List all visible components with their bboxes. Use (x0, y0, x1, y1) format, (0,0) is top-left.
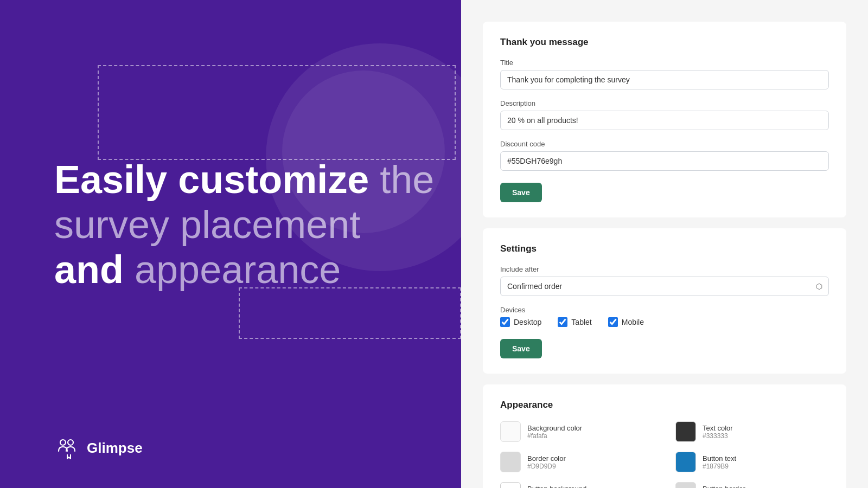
device-tablet: Tablet (558, 317, 591, 327)
desktop-label: Desktop (514, 318, 541, 326)
right-panel[interactable]: Thank you message Title Description Disc… (461, 0, 868, 488)
appearance-section: Appearance Background color #fafafa Text… (483, 384, 846, 488)
include-after-field-group: Include after Confirmed order Add to car… (500, 265, 829, 296)
settings-save-button[interactable]: Save (500, 339, 542, 358)
appearance-title: Appearance (500, 400, 829, 410)
tablet-label: Tablet (571, 318, 591, 326)
description-input[interactable] (500, 111, 829, 130)
button-text-color-name: Button text (703, 454, 736, 463)
dashed-rect-top (98, 65, 456, 160)
border-color-info: Border color #D9D9D9 (527, 454, 566, 470)
text-color-item: Text color #333333 (675, 421, 829, 442)
logo-icon (54, 435, 80, 461)
svg-point-1 (68, 440, 73, 445)
logo-text: Glimpse (87, 440, 143, 457)
button-border-color-name: Button border (703, 485, 745, 489)
button-bg-color-item: Button background #FFFFFF (500, 482, 654, 488)
logo: Glimpse (54, 435, 143, 461)
settings-title: Settings (500, 243, 829, 254)
discount-label: Discount code (500, 140, 829, 148)
dashed-rect-bottom (239, 287, 461, 339)
devices-label: Devices (500, 306, 829, 314)
device-mobile: Mobile (608, 317, 644, 327)
border-color-hex: #D9D9D9 (527, 463, 566, 470)
button-text-color-hex: #1879B9 (703, 463, 736, 470)
thank-you-save-button[interactable]: Save (500, 183, 542, 202)
mobile-label: Mobile (622, 318, 644, 326)
thank-you-title: Thank you message (500, 37, 829, 48)
settings-section: Settings Include after Confirmed order A… (483, 228, 846, 374)
include-after-select[interactable]: Confirmed order Add to cart Checkout (500, 277, 829, 296)
hero-line2: survey placement (54, 202, 434, 247)
title-field-group: Title (500, 59, 829, 89)
title-input[interactable] (500, 70, 829, 89)
background-color-hex: #fafafa (527, 432, 582, 440)
border-color-swatch[interactable] (500, 452, 521, 472)
discount-input[interactable] (500, 151, 829, 171)
background-color-name: Background color (527, 424, 582, 432)
hero-line3-bold: and (54, 248, 135, 291)
button-text-color-swatch[interactable] (675, 452, 696, 472)
color-grid: Background color #fafafa Text color #333… (500, 421, 829, 488)
mobile-checkbox[interactable] (608, 317, 618, 327)
device-desktop: Desktop (500, 317, 541, 327)
button-bg-color-name: Button background (527, 485, 586, 489)
svg-point-0 (60, 440, 66, 445)
title-label: Title (500, 59, 829, 67)
border-color-name: Border color (527, 454, 566, 463)
hero-line1-bold: Easily customize (54, 158, 369, 201)
border-color-item: Border color #D9D9D9 (500, 452, 654, 472)
thank-you-section: Thank you message Title Description Disc… (483, 22, 846, 217)
devices-row: Desktop Tablet Mobile (500, 317, 829, 327)
button-text-color-info: Button text #1879B9 (703, 454, 736, 470)
hero-line3-word: appearance (135, 248, 341, 291)
hero-line3: and appearance (54, 247, 434, 292)
background-color-swatch[interactable] (500, 421, 521, 442)
include-after-wrapper: Confirmed order Add to cart Checkout ⬡ (500, 277, 829, 296)
button-border-color-item: Button border #D9D9D9 (675, 482, 829, 488)
button-text-color-item: Button text #1879B9 (675, 452, 829, 472)
button-bg-color-swatch[interactable] (500, 482, 521, 488)
discount-field-group: Discount code (500, 140, 829, 171)
tablet-checkbox[interactable] (558, 317, 567, 327)
text-color-name: Text color (703, 424, 733, 432)
description-field-group: Description (500, 99, 829, 130)
background-color-item: Background color #fafafa (500, 421, 654, 442)
button-bg-color-info: Button background #FFFFFF (527, 485, 586, 489)
hero-line1-light: the (369, 158, 434, 201)
hero-text: Easily customize the survey placement an… (54, 157, 434, 292)
button-border-color-swatch[interactable] (675, 482, 696, 488)
text-color-swatch[interactable] (675, 421, 696, 442)
text-color-hex: #333333 (703, 432, 733, 440)
include-after-label: Include after (500, 265, 829, 273)
description-label: Description (500, 99, 829, 107)
desktop-checkbox[interactable] (500, 317, 510, 327)
button-border-color-info: Button border #D9D9D9 (703, 485, 745, 489)
background-color-info: Background color #fafafa (527, 424, 582, 440)
text-color-info: Text color #333333 (703, 424, 733, 440)
left-panel: Easily customize the survey placement an… (0, 0, 461, 488)
